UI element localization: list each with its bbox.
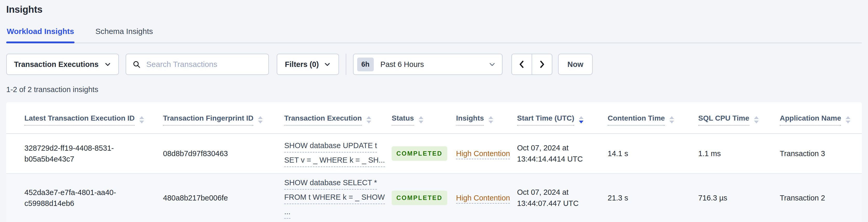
sort-arrows-icon[interactable] <box>258 116 263 123</box>
search-box[interactable] <box>126 54 269 75</box>
insights-page: Insights Workload Insights Schema Insigh… <box>0 0 868 222</box>
sort-arrows-icon[interactable] <box>367 116 371 123</box>
column-header-transaction-execution[interactable]: Transaction Execution <box>284 102 392 133</box>
toolbar: Transaction Executions Filters (0) 6h Pa… <box>6 54 862 75</box>
sort-arrows-icon[interactable] <box>754 116 759 123</box>
column-header-sql-cpu-time[interactable]: SQL CPU Time <box>698 102 780 133</box>
status-badge: COMPLETED <box>392 146 447 161</box>
cell-fingerprint-id: 08d8b7d97f830463 <box>163 133 284 173</box>
cell-execution-id: 452da3e7-e7fa-4801-aa40-c59988d14eb6 <box>6 173 163 222</box>
cell-insights: High Contention <box>456 173 517 222</box>
previous-time-range-button[interactable] <box>512 54 532 74</box>
insights-table-card: Latest Transaction Execution ID Transact… <box>6 102 862 222</box>
table-header-row: Latest Transaction Execution ID Transact… <box>6 102 862 133</box>
sort-asc-icon <box>670 116 674 119</box>
cell-fingerprint-id: 480a8b217be006fe <box>163 173 284 222</box>
sort-desc-icon <box>367 121 371 123</box>
transaction-execution-link[interactable]: SET v = _ WHERE k = _ SH... <box>284 155 385 167</box>
tabs: Workload Insights Schema Insights <box>6 27 862 43</box>
sort-desc-icon <box>579 121 584 123</box>
sort-desc-icon <box>419 121 423 123</box>
cell-transaction-execution: SHOW database UPDATE t SET v = _ WHERE k… <box>284 133 392 173</box>
cell-start-time: Oct 07, 2024 at 13:44:07.447 UTC <box>517 173 608 222</box>
sort-desc-icon <box>258 121 263 123</box>
insights-table: Latest Transaction Execution ID Transact… <box>6 102 862 222</box>
transaction-execution-link[interactable]: FROM t WHERE k = _ SHOW <box>284 192 385 204</box>
high-contention-link[interactable]: High Contention <box>456 149 510 158</box>
cell-sql-cpu-time: 1.1 ms <box>698 133 780 173</box>
column-header-transaction-fingerprint-id[interactable]: Transaction Fingerprint ID <box>163 102 284 133</box>
chevron-left-icon <box>517 60 526 69</box>
page-title: Insights <box>6 0 862 15</box>
next-time-range-button[interactable] <box>532 54 552 74</box>
sort-arrows-icon[interactable] <box>670 116 674 123</box>
execution-type-select-label: Transaction Executions <box>14 60 99 69</box>
cell-sql-cpu-time: 716.3 µs <box>698 173 780 222</box>
table-row: 452da3e7-e7fa-4801-aa40-c59988d14eb6 480… <box>6 173 862 222</box>
column-header-contention-time[interactable]: Contention Time <box>608 102 698 133</box>
sort-arrows-icon[interactable] <box>419 116 423 123</box>
chevron-down-icon <box>324 61 331 68</box>
chevron-right-icon <box>537 60 547 69</box>
sort-asc-icon <box>579 116 584 119</box>
cell-start-time: Oct 07, 2024 at 13:44:14.4414 UTC <box>517 133 608 173</box>
sort-desc-icon <box>670 121 674 123</box>
sort-asc-icon <box>489 116 493 119</box>
sort-asc-icon <box>258 116 263 119</box>
sort-asc-icon <box>846 116 850 119</box>
cell-insights: High Contention <box>456 133 517 173</box>
column-header-status[interactable]: Status <box>392 102 456 133</box>
transaction-execution-link[interactable]: SHOW database UPDATE t <box>284 140 377 153</box>
time-range-label: Past 6 Hours <box>380 60 482 69</box>
now-button[interactable]: Now <box>558 54 593 75</box>
cell-status: COMPLETED <box>392 173 456 222</box>
cell-contention-time: 21.3 s <box>608 173 698 222</box>
cell-status: COMPLETED <box>392 133 456 173</box>
search-icon <box>132 60 141 68</box>
column-header-start-time[interactable]: Start Time (UTC) <box>517 102 608 133</box>
sort-asc-icon <box>754 116 759 119</box>
chevron-down-icon <box>489 61 496 68</box>
tab-workload-insights[interactable]: Workload Insights <box>6 27 74 42</box>
filters-button-label: Filters (0) <box>285 60 319 69</box>
sort-arrows-icon[interactable] <box>140 116 144 123</box>
cell-contention-time: 14.1 s <box>608 133 698 173</box>
sort-asc-icon <box>140 116 144 119</box>
results-count: 1-2 of 2 transaction insights <box>6 85 862 94</box>
search-input[interactable] <box>146 60 262 69</box>
time-range-badge: 6h <box>357 58 374 71</box>
sort-asc-icon <box>419 116 423 119</box>
column-header-latest-transaction-execution-id[interactable]: Latest Transaction Execution ID <box>6 102 163 133</box>
transaction-execution-link[interactable]: SHOW database SELECT * <box>284 177 377 190</box>
toolbar-divider <box>346 54 346 75</box>
high-contention-link[interactable]: High Contention <box>456 194 510 202</box>
cell-execution-id: 328729d2-ff19-4408-8531-b05a5b4e43c7 <box>6 133 163 173</box>
cell-application-name: Transaction 2 <box>780 173 862 222</box>
chevron-down-icon <box>104 61 111 68</box>
column-header-insights[interactable]: Insights <box>456 102 517 133</box>
cell-application-name: Transaction 3 <box>780 133 862 173</box>
time-range-pager <box>512 54 552 75</box>
sort-arrows-icon[interactable] <box>489 116 493 123</box>
status-badge: COMPLETED <box>392 191 447 205</box>
transaction-execution-link[interactable]: ... <box>284 206 290 219</box>
sort-arrows-icon[interactable] <box>579 116 584 123</box>
tab-schema-insights[interactable]: Schema Insights <box>95 27 153 42</box>
sort-desc-icon <box>754 121 759 123</box>
execution-type-select[interactable]: Transaction Executions <box>6 54 119 75</box>
sort-desc-icon <box>489 121 493 123</box>
sort-asc-icon <box>367 116 371 119</box>
filters-button[interactable]: Filters (0) <box>277 54 339 75</box>
column-header-application-name[interactable]: Application Name <box>780 102 862 133</box>
cell-transaction-execution: SHOW database SELECT * FROM t WHERE k = … <box>284 173 392 222</box>
sort-desc-icon <box>140 121 144 123</box>
sort-desc-icon <box>846 121 850 123</box>
sort-arrows-icon[interactable] <box>846 116 850 123</box>
time-range-picker[interactable]: 6h Past 6 Hours <box>353 54 502 75</box>
table-row: 328729d2-ff19-4408-8531-b05a5b4e43c7 08d… <box>6 133 862 173</box>
